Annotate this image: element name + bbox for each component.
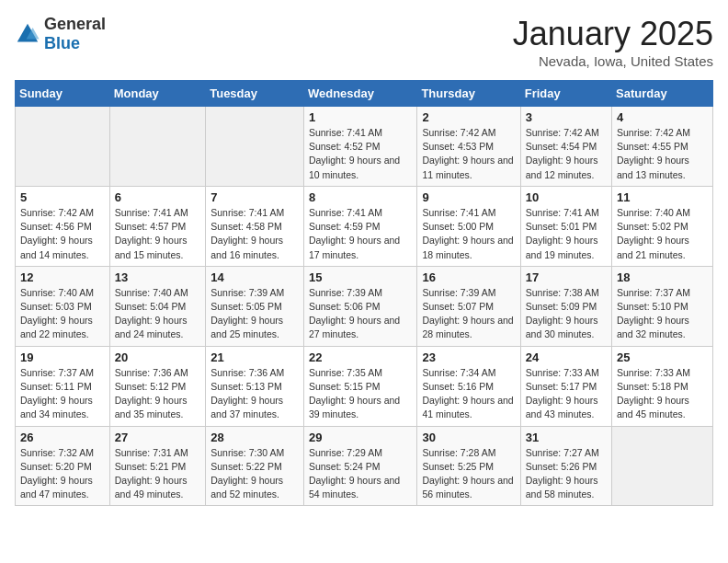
day-number: 20 bbox=[115, 350, 201, 364]
calendar-cell: 10Sunrise: 7:41 AM Sunset: 5:01 PM Dayli… bbox=[520, 186, 611, 266]
day-info: Sunrise: 7:35 AM Sunset: 5:15 PM Dayligh… bbox=[309, 366, 413, 422]
day-info: Sunrise: 7:39 AM Sunset: 5:07 PM Dayligh… bbox=[422, 286, 515, 342]
day-number: 21 bbox=[210, 350, 299, 364]
col-header-friday: Friday bbox=[520, 81, 611, 107]
col-header-monday: Monday bbox=[109, 81, 206, 107]
day-number: 8 bbox=[309, 190, 413, 204]
calendar-cell: 6Sunrise: 7:41 AM Sunset: 4:57 PM Daylig… bbox=[109, 186, 206, 266]
calendar-cell: 12Sunrise: 7:40 AM Sunset: 5:03 PM Dayli… bbox=[16, 266, 110, 346]
day-info: Sunrise: 7:29 AM Sunset: 5:24 PM Dayligh… bbox=[309, 446, 413, 502]
day-number: 22 bbox=[309, 350, 413, 364]
calendar-cell: 14Sunrise: 7:39 AM Sunset: 5:05 PM Dayli… bbox=[206, 266, 304, 346]
calendar-cell: 2Sunrise: 7:42 AM Sunset: 4:53 PM Daylig… bbox=[417, 107, 520, 187]
calendar-cell: 13Sunrise: 7:40 AM Sunset: 5:04 PM Dayli… bbox=[109, 266, 206, 346]
calendar-cell: 22Sunrise: 7:35 AM Sunset: 5:15 PM Dayli… bbox=[303, 346, 417, 426]
col-header-thursday: Thursday bbox=[417, 81, 520, 107]
day-info: Sunrise: 7:33 AM Sunset: 5:17 PM Dayligh… bbox=[526, 366, 607, 422]
day-number: 1 bbox=[309, 110, 413, 124]
calendar-cell: 8Sunrise: 7:41 AM Sunset: 4:59 PM Daylig… bbox=[303, 186, 417, 266]
col-header-sunday: Sunday bbox=[16, 81, 110, 107]
calendar-cell: 27Sunrise: 7:31 AM Sunset: 5:21 PM Dayli… bbox=[109, 426, 206, 506]
calendar-cell bbox=[109, 107, 206, 187]
week-row-2: 5Sunrise: 7:42 AM Sunset: 4:56 PM Daylig… bbox=[16, 186, 713, 266]
day-number: 17 bbox=[526, 270, 607, 284]
day-number: 25 bbox=[617, 350, 708, 364]
calendar-cell: 23Sunrise: 7:34 AM Sunset: 5:16 PM Dayli… bbox=[417, 346, 520, 426]
calendar-cell: 3Sunrise: 7:42 AM Sunset: 4:54 PM Daylig… bbox=[520, 107, 611, 187]
day-number: 15 bbox=[309, 270, 413, 284]
calendar-cell: 28Sunrise: 7:30 AM Sunset: 5:22 PM Dayli… bbox=[206, 426, 304, 506]
logo-general: General bbox=[44, 15, 106, 33]
day-number: 10 bbox=[526, 190, 607, 204]
calendar-cell: 31Sunrise: 7:27 AM Sunset: 5:26 PM Dayli… bbox=[520, 426, 611, 506]
day-info: Sunrise: 7:27 AM Sunset: 5:26 PM Dayligh… bbox=[526, 446, 607, 502]
calendar-cell bbox=[16, 107, 110, 187]
day-info: Sunrise: 7:39 AM Sunset: 5:06 PM Dayligh… bbox=[309, 286, 413, 342]
day-info: Sunrise: 7:41 AM Sunset: 4:59 PM Dayligh… bbox=[309, 206, 413, 262]
day-number: 14 bbox=[210, 270, 299, 284]
day-number: 18 bbox=[617, 270, 708, 284]
calendar-cell: 24Sunrise: 7:33 AM Sunset: 5:17 PM Dayli… bbox=[520, 346, 611, 426]
day-number: 7 bbox=[210, 190, 299, 204]
day-number: 6 bbox=[115, 190, 201, 204]
calendar-cell: 17Sunrise: 7:38 AM Sunset: 5:09 PM Dayli… bbox=[520, 266, 611, 346]
calendar-cell: 16Sunrise: 7:39 AM Sunset: 5:07 PM Dayli… bbox=[417, 266, 520, 346]
day-info: Sunrise: 7:36 AM Sunset: 5:12 PM Dayligh… bbox=[115, 366, 201, 422]
day-info: Sunrise: 7:28 AM Sunset: 5:25 PM Dayligh… bbox=[422, 446, 515, 502]
day-info: Sunrise: 7:41 AM Sunset: 4:58 PM Dayligh… bbox=[210, 206, 299, 262]
day-number: 3 bbox=[526, 110, 607, 124]
day-info: Sunrise: 7:41 AM Sunset: 5:01 PM Dayligh… bbox=[526, 206, 607, 262]
day-info: Sunrise: 7:42 AM Sunset: 4:54 PM Dayligh… bbox=[526, 126, 607, 182]
calendar-cell bbox=[206, 107, 304, 187]
calendar-cell: 30Sunrise: 7:28 AM Sunset: 5:25 PM Dayli… bbox=[417, 426, 520, 506]
day-info: Sunrise: 7:37 AM Sunset: 5:11 PM Dayligh… bbox=[20, 366, 105, 422]
day-number: 9 bbox=[422, 190, 515, 204]
day-number: 13 bbox=[115, 270, 201, 284]
calendar-cell: 15Sunrise: 7:39 AM Sunset: 5:06 PM Dayli… bbox=[303, 266, 417, 346]
col-header-saturday: Saturday bbox=[612, 81, 713, 107]
calendar-table: SundayMondayTuesdayWednesdayThursdayFrid… bbox=[15, 80, 713, 506]
day-number: 11 bbox=[617, 190, 708, 204]
day-info: Sunrise: 7:42 AM Sunset: 4:55 PM Dayligh… bbox=[617, 126, 708, 182]
calendar-cell: 4Sunrise: 7:42 AM Sunset: 4:55 PM Daylig… bbox=[612, 107, 713, 187]
day-number: 31 bbox=[526, 431, 607, 444]
day-number: 30 bbox=[422, 431, 515, 444]
calendar-header-row: SundayMondayTuesdayWednesdayThursdayFrid… bbox=[16, 81, 713, 107]
page-header: General Blue January 2025 Nevada, Iowa, … bbox=[15, 15, 713, 69]
col-header-wednesday: Wednesday bbox=[303, 81, 417, 107]
day-number: 27 bbox=[115, 431, 201, 444]
logo: General Blue bbox=[15, 15, 106, 53]
day-info: Sunrise: 7:30 AM Sunset: 5:22 PM Dayligh… bbox=[210, 446, 299, 502]
logo-blue: Blue bbox=[44, 34, 80, 52]
day-info: Sunrise: 7:42 AM Sunset: 4:53 PM Dayligh… bbox=[422, 126, 515, 182]
day-number: 19 bbox=[20, 350, 105, 364]
day-number: 5 bbox=[20, 190, 105, 204]
calendar-cell: 9Sunrise: 7:41 AM Sunset: 5:00 PM Daylig… bbox=[417, 186, 520, 266]
calendar-cell: 29Sunrise: 7:29 AM Sunset: 5:24 PM Dayli… bbox=[303, 426, 417, 506]
day-number: 4 bbox=[617, 110, 708, 124]
day-info: Sunrise: 7:39 AM Sunset: 5:05 PM Dayligh… bbox=[210, 286, 299, 342]
calendar-cell: 20Sunrise: 7:36 AM Sunset: 5:12 PM Dayli… bbox=[109, 346, 206, 426]
day-number: 23 bbox=[422, 350, 515, 364]
week-row-1: 1Sunrise: 7:41 AM Sunset: 4:52 PM Daylig… bbox=[16, 107, 713, 187]
week-row-5: 26Sunrise: 7:32 AM Sunset: 5:20 PM Dayli… bbox=[16, 426, 713, 506]
day-number: 26 bbox=[20, 431, 105, 444]
day-info: Sunrise: 7:42 AM Sunset: 4:56 PM Dayligh… bbox=[20, 206, 105, 262]
day-number: 16 bbox=[422, 270, 515, 284]
day-number: 24 bbox=[526, 350, 607, 364]
day-info: Sunrise: 7:34 AM Sunset: 5:16 PM Dayligh… bbox=[422, 366, 515, 422]
calendar-cell: 21Sunrise: 7:36 AM Sunset: 5:13 PM Dayli… bbox=[206, 346, 304, 426]
day-number: 28 bbox=[210, 431, 299, 444]
day-info: Sunrise: 7:40 AM Sunset: 5:04 PM Dayligh… bbox=[115, 286, 201, 342]
calendar-cell bbox=[612, 426, 713, 506]
location-subtitle: Nevada, Iowa, United States bbox=[513, 53, 713, 69]
calendar-cell: 7Sunrise: 7:41 AM Sunset: 4:58 PM Daylig… bbox=[206, 186, 304, 266]
day-info: Sunrise: 7:40 AM Sunset: 5:02 PM Dayligh… bbox=[617, 206, 708, 262]
day-number: 12 bbox=[20, 270, 105, 284]
day-info: Sunrise: 7:41 AM Sunset: 4:52 PM Dayligh… bbox=[309, 126, 413, 182]
week-row-3: 12Sunrise: 7:40 AM Sunset: 5:03 PM Dayli… bbox=[16, 266, 713, 346]
day-info: Sunrise: 7:41 AM Sunset: 5:00 PM Dayligh… bbox=[422, 206, 515, 262]
col-header-tuesday: Tuesday bbox=[206, 81, 304, 107]
logo-icon bbox=[15, 21, 40, 47]
calendar-cell: 5Sunrise: 7:42 AM Sunset: 4:56 PM Daylig… bbox=[16, 186, 110, 266]
